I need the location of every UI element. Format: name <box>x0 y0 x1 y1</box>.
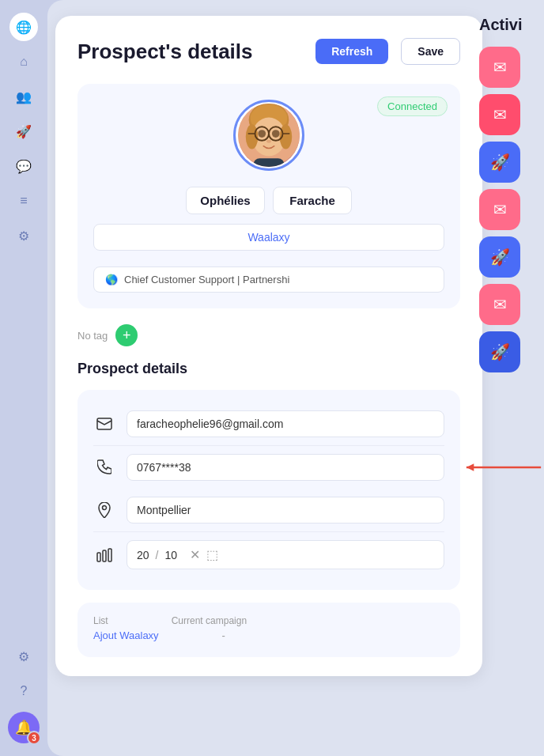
name-row: Ophélies Farache <box>93 187 444 214</box>
location-input[interactable] <box>127 497 444 524</box>
svg-rect-21 <box>108 549 111 561</box>
main-area: Prospect's details Refresh Save Connecte… <box>47 0 544 756</box>
campaign-value: - <box>222 629 225 641</box>
activity-email-2[interactable]: ✉ <box>479 94 520 135</box>
score-clear-button[interactable]: ✕ <box>190 547 200 562</box>
page-title: Prospect's details <box>77 40 303 64</box>
activity-email-3[interactable]: ✉ <box>479 189 520 230</box>
settings2-icon: ⚙ <box>18 649 29 664</box>
score-max: 10 <box>164 549 177 561</box>
email-input[interactable] <box>127 410 444 437</box>
location-icon <box>93 502 115 518</box>
list-campaign-values: Ajout Waalaxy - <box>93 629 444 641</box>
red-arrow-indicator <box>460 459 544 475</box>
notification-badge: 3 <box>27 731 41 745</box>
sidebar-item-settings2[interactable]: ⚙ <box>9 642 38 671</box>
score-icon <box>93 548 115 562</box>
score-expand-button[interactable]: ⬚ <box>206 547 218 562</box>
company-field[interactable]: Waalaxy <box>93 224 444 251</box>
score-actions: ✕ ⬚ <box>190 547 218 562</box>
svg-point-18 <box>103 506 107 510</box>
list-value[interactable]: Ajout Waalaxy <box>93 629 159 641</box>
avatar <box>238 104 300 167</box>
add-tag-button[interactable]: + <box>115 324 138 346</box>
svg-rect-15 <box>97 418 111 429</box>
svg-point-11 <box>258 130 266 138</box>
rocket-icon-1: 🚀 <box>490 153 510 172</box>
last-name-field[interactable]: Farache <box>273 187 352 214</box>
role-field: 🌎 Chief Customer Support | Partnershi <box>93 266 444 293</box>
email-icon-4: ✉ <box>493 295 507 314</box>
users-icon: 👥 <box>16 89 32 104</box>
score-divider: / <box>156 549 159 561</box>
location-row <box>93 489 444 531</box>
help-icon: ? <box>21 684 28 698</box>
activity-title: Activi <box>479 16 538 34</box>
campaign-label: Current campaign <box>172 615 247 626</box>
sidebar-item-globe[interactable]: 🌐 <box>9 13 38 41</box>
list-campaign-card: List Current campaign Ajout Waalaxy - <box>77 603 460 657</box>
save-button[interactable]: Save <box>401 38 460 65</box>
sidebar-item-list[interactable]: ≡ <box>9 187 38 215</box>
role-emoji: 🌎 <box>105 274 118 285</box>
score-row: 20 / 10 ✕ ⬚ <box>93 531 444 577</box>
sidebar-item-users[interactable]: 👥 <box>9 82 38 111</box>
phone-row <box>93 445 444 489</box>
refresh-button[interactable]: Refresh <box>315 39 388 64</box>
details-card: 20 / 10 ✕ ⬚ <box>77 390 460 590</box>
svg-point-12 <box>272 130 280 138</box>
svg-rect-20 <box>103 550 106 561</box>
avatar-ring <box>233 100 304 171</box>
activity-rocket-2[interactable]: 🚀 <box>479 236 520 278</box>
sidebar-item-home[interactable]: ⌂ <box>9 47 38 76</box>
svg-marker-17 <box>467 463 474 471</box>
svg-rect-19 <box>97 553 100 561</box>
phone-input-wrapper <box>127 454 444 481</box>
no-tag-label: No tag <box>77 330 108 342</box>
connected-badge: Connected <box>377 96 448 116</box>
rocket-icon-3: 🚀 <box>490 342 510 361</box>
profile-section: Connected <box>77 84 460 308</box>
first-name-field[interactable]: Ophélies <box>186 187 265 214</box>
role-text: Chief Customer Support | Partnershi <box>124 274 289 285</box>
svg-point-13 <box>266 140 271 143</box>
activity-rocket-3[interactable]: 🚀 <box>479 331 520 372</box>
card-panel: Prospect's details Refresh Save Connecte… <box>55 16 482 676</box>
globe-icon: 🌐 <box>16 20 32 35</box>
sidebar-item-chat[interactable]: 💬 <box>9 152 38 180</box>
phone-input[interactable] <box>127 454 444 481</box>
score-field: 20 / 10 ✕ ⬚ <box>127 540 444 569</box>
card-header: Prospect's details Refresh Save <box>77 38 460 65</box>
score-current: 20 <box>137 549 149 561</box>
phone-icon <box>93 459 115 475</box>
section-title: Prospect details <box>77 361 460 377</box>
email-icon-2: ✉ <box>493 105 507 124</box>
rocket-icon: 🚀 <box>16 124 32 139</box>
email-icon-3: ✉ <box>493 200 507 219</box>
list-icon: ≡ <box>20 194 27 208</box>
activity-email-1[interactable]: ✉ <box>479 47 520 88</box>
email-icon <box>93 418 115 430</box>
activity-email-4[interactable]: ✉ <box>479 284 520 325</box>
email-row <box>93 403 444 445</box>
chat-icon: 💬 <box>16 159 32 174</box>
sidebar: 🌐 ⌂ 👥 🚀 💬 ≡ ⚙ ⚙ ? 🔔 3 <box>0 0 47 756</box>
settings-icon: ⚙ <box>18 229 29 244</box>
email-icon-1: ✉ <box>493 58 507 77</box>
list-label: List <box>93 615 108 626</box>
activity-rocket-1[interactable]: 🚀 <box>479 142 520 183</box>
sidebar-item-rocket[interactable]: 🚀 <box>9 117 38 146</box>
svg-rect-14 <box>254 158 285 167</box>
rocket-icon-2: 🚀 <box>490 248 510 266</box>
tags-row: No tag + <box>77 324 460 346</box>
plus-icon: + <box>123 328 131 342</box>
sidebar-item-help[interactable]: ? <box>9 677 38 705</box>
activity-panel: Activi ✉ ✉ 🚀 ✉ 🚀 ✉ 🚀 <box>479 16 544 372</box>
sidebar-item-settings[interactable]: ⚙ <box>9 221 38 250</box>
home-icon: ⌂ <box>20 55 28 69</box>
list-campaign-header: List Current campaign <box>93 615 444 626</box>
notification-button[interactable]: 🔔 3 <box>8 712 40 743</box>
